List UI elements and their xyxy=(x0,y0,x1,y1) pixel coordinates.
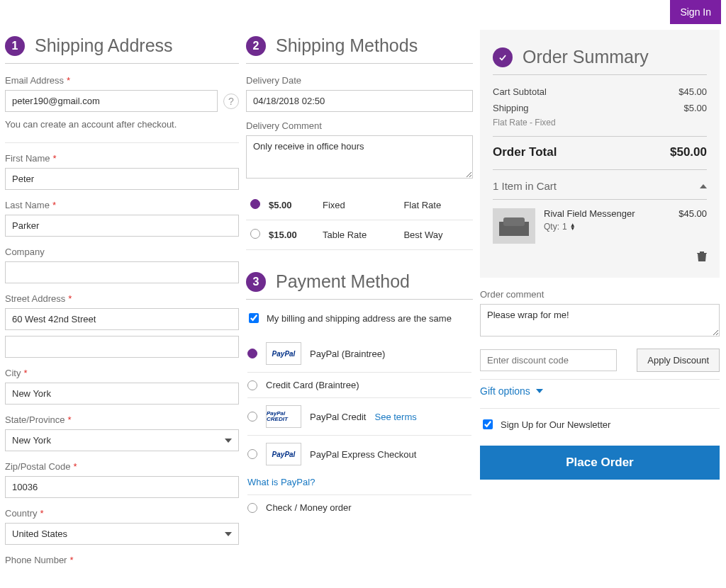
cart-item-price: $45.00 xyxy=(678,208,707,244)
first-name-label: First Name* xyxy=(5,153,239,164)
step-title-summary: Order Summary xyxy=(493,47,707,75)
shipping-carrier: Best Way xyxy=(399,220,473,250)
street1-field[interactable] xyxy=(5,308,239,330)
same-address-label: My billing and shipping address are the … xyxy=(267,313,452,324)
apply-discount-button[interactable]: Apply Discount xyxy=(637,349,720,372)
shipping-address-panel: 1 Shipping Address Email Address* ? You … xyxy=(5,30,239,570)
city-label: City* xyxy=(5,368,239,378)
first-name-field[interactable] xyxy=(5,168,239,190)
city-field[interactable] xyxy=(5,383,239,405)
sign-in-button[interactable]: Sign In xyxy=(670,0,721,24)
order-summary-panel: Order Summary Cart Subtotal $45.00 Shipp… xyxy=(480,30,720,278)
chevron-down-icon xyxy=(536,389,543,393)
last-name-field[interactable] xyxy=(5,215,239,237)
street2-field[interactable] xyxy=(5,336,239,358)
shipping-radio-flatrate[interactable] xyxy=(250,199,260,209)
help-icon[interactable]: ? xyxy=(223,94,239,109)
see-terms-link[interactable]: See terms xyxy=(374,412,416,422)
discount-code-input[interactable] xyxy=(480,349,617,371)
remove-item-button[interactable] xyxy=(493,251,707,265)
subtotal-value: $45.00 xyxy=(678,86,707,97)
step-badge-2: 2 xyxy=(246,36,266,56)
last-name-label: Last Name* xyxy=(5,200,239,210)
payment-option-check[interactable]: Check / Money order xyxy=(247,495,471,520)
payment-radio[interactable] xyxy=(247,349,257,358)
street-label: Street Address* xyxy=(5,293,239,304)
same-address-checkbox[interactable] xyxy=(249,313,259,323)
newsletter-checkbox[interactable] xyxy=(483,419,493,429)
chevron-up-icon xyxy=(700,184,707,188)
step-title-payment: 3 Payment Method xyxy=(246,271,473,300)
order-comment-label: Order comment xyxy=(480,289,720,300)
shipping-methods-panel: 2 Shipping Methods Delivery Date Deliver… xyxy=(246,35,473,250)
payment-option-paypal-braintree[interactable]: PayPal PayPal (Braintree) xyxy=(247,335,471,373)
gift-options-label: Gift options xyxy=(480,385,530,397)
state-label: State/Province* xyxy=(5,414,239,425)
check-badge-icon xyxy=(493,47,513,67)
payment-radio[interactable] xyxy=(247,503,257,513)
email-field[interactable] xyxy=(5,90,218,112)
newsletter-label: Sign Up for Our Newsletter xyxy=(501,419,610,430)
payment-radio[interactable] xyxy=(247,412,257,422)
payment-method-panel: 3 Payment Method My billing and shipping… xyxy=(246,271,473,520)
delivery-date-field[interactable] xyxy=(246,90,473,112)
phone-label: Phone Number* xyxy=(5,555,239,565)
payment-option-credit-card[interactable]: Credit Card (Braintree) xyxy=(247,373,471,398)
payment-label: PayPal Credit xyxy=(310,412,366,422)
shipping-option-row[interactable]: $5.00 Fixed Flat Rate xyxy=(246,191,473,220)
shipping-sublabel: Flat Rate - Fixed xyxy=(493,118,707,128)
what-is-paypal-link[interactable]: What is PayPal? xyxy=(247,477,471,487)
payment-option-paypal-express[interactable]: PayPal PayPal Express Checkout What is P… xyxy=(247,436,471,495)
qty-stepper[interactable]: ▲▼ xyxy=(570,223,576,230)
qty-label: Qty: xyxy=(544,222,559,232)
delivery-comment-label: Delivery Comment xyxy=(246,120,473,131)
shipping-option-row[interactable]: $15.00 Table Rate Best Way xyxy=(246,220,473,250)
divider xyxy=(5,142,239,143)
place-order-button[interactable]: Place Order xyxy=(480,446,720,480)
order-comment-field[interactable]: Please wrap for me! xyxy=(480,304,720,337)
zip-field[interactable] xyxy=(5,476,239,498)
shipping-carrier: Flat Rate xyxy=(399,191,473,220)
step-badge-3: 3 xyxy=(246,272,266,292)
delivery-comment-field[interactable]: Only receive in office hours xyxy=(246,135,473,179)
step-title-shipping-address: 1 Shipping Address xyxy=(5,35,239,64)
cart-toggle-label: 1 Item in Cart xyxy=(493,180,557,192)
qty-value: 1 xyxy=(562,222,567,232)
shipping-value: $5.00 xyxy=(683,103,707,113)
country-label: Country* xyxy=(5,508,239,519)
company-label: Company xyxy=(5,247,239,257)
paypal-logo-icon: PayPal xyxy=(266,443,301,465)
shipping-price: $15.00 xyxy=(264,220,318,250)
shipping-method: Fixed xyxy=(318,191,399,220)
step-title-shipping-methods: 2 Shipping Methods xyxy=(246,35,473,64)
account-note: You can create an account after checkout… xyxy=(5,119,239,130)
company-field[interactable] xyxy=(5,261,239,283)
zip-label: Zip/Postal Code* xyxy=(5,461,239,472)
total-value: $50.00 xyxy=(670,145,707,159)
cart-item-name: Rival Field Messenger xyxy=(544,208,670,219)
order-summary-heading: Order Summary xyxy=(523,47,649,67)
cart-item: Rival Field Messenger Qty: 1 ▲▼ $45.00 xyxy=(493,199,707,248)
email-label: Email Address* xyxy=(5,75,239,86)
payment-label: Credit Card (Braintree) xyxy=(266,380,359,390)
payment-radio[interactable] xyxy=(247,380,257,390)
shipping-price: $5.00 xyxy=(264,191,318,220)
payment-option-paypal-credit[interactable]: PayPal CREDIT PayPal Credit See terms xyxy=(247,398,471,436)
product-thumbnail xyxy=(493,208,535,244)
paypal-credit-logo-icon: PayPal CREDIT xyxy=(266,405,301,428)
country-select[interactable]: United States xyxy=(5,523,239,545)
state-select[interactable]: New York xyxy=(5,429,239,451)
cart-toggle[interactable]: 1 Item in Cart xyxy=(493,169,707,199)
shipping-methods-heading: Shipping Methods xyxy=(276,35,418,56)
step-badge-1: 1 xyxy=(5,36,25,56)
shipping-method: Table Rate xyxy=(318,220,399,250)
paypal-logo-icon: PayPal xyxy=(266,342,301,365)
shipping-methods-table: $5.00 Fixed Flat Rate $15.00 Table Rate … xyxy=(246,191,473,250)
svg-rect-1 xyxy=(503,217,525,226)
total-label: Order Total xyxy=(493,145,557,159)
delivery-date-label: Delivery Date xyxy=(246,75,473,86)
payment-radio[interactable] xyxy=(247,449,257,459)
gift-options-toggle[interactable]: Gift options xyxy=(480,379,720,402)
shipping-radio-bestway[interactable] xyxy=(250,229,260,239)
payment-label: PayPal (Braintree) xyxy=(310,349,385,359)
